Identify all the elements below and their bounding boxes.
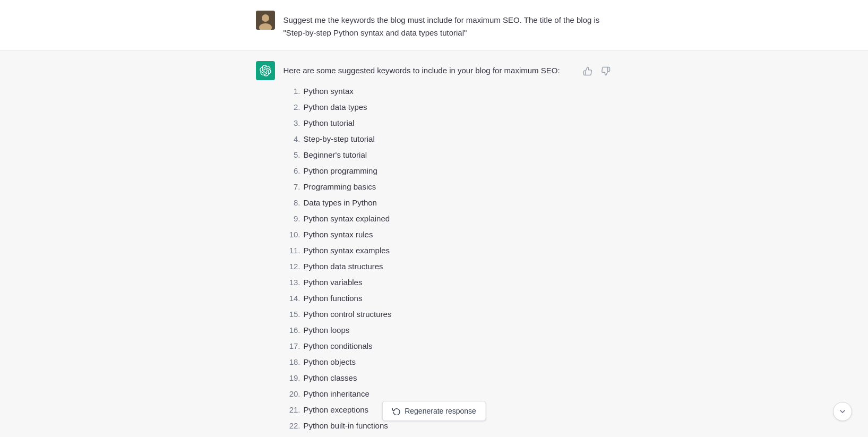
list-text: Python syntax explained: [304, 212, 390, 225]
list-number: 6.: [283, 165, 300, 177]
keywords-list: 1.Python syntax2.Python data types3.Pyth…: [283, 83, 613, 437]
list-number: 18.: [283, 356, 300, 369]
list-item: 19.Python classes: [283, 370, 613, 386]
list-text: Python classes: [304, 372, 357, 384]
list-item: 13.Python variables: [283, 275, 613, 290]
chevron-down-icon: [838, 407, 847, 416]
list-text: Python tutorial: [304, 117, 355, 130]
list-text: Step-by-step tutorial: [304, 133, 375, 145]
list-number: 11.: [283, 244, 300, 257]
list-item: 12.Python data structures: [283, 259, 613, 275]
ai-content: Here are some suggested keywords to incl…: [283, 61, 613, 437]
list-item: 1.Python syntax: [283, 83, 613, 99]
list-item: 18.Python objects: [283, 354, 613, 370]
thumbs-down-button[interactable]: [599, 64, 613, 78]
list-number: 9.: [283, 212, 300, 225]
list-text: Beginner's tutorial: [304, 149, 367, 161]
ai-intro-text: Here are some suggested keywords to incl…: [283, 61, 613, 77]
user-message-inner: Suggest me the keywords the blog must in…: [243, 11, 625, 39]
list-number: 15.: [283, 308, 300, 321]
list-text: Python syntax examples: [304, 244, 390, 257]
user-message-text: Suggest me the keywords the blog must in…: [283, 11, 613, 39]
feedback-buttons: [581, 64, 613, 78]
list-number: 1.: [283, 85, 300, 98]
list-number: 22.: [283, 419, 300, 432]
list-number: 3.: [283, 117, 300, 130]
avatar-image: [256, 11, 275, 30]
list-number: 20.: [283, 388, 300, 400]
list-text: Python syntax: [304, 85, 354, 98]
list-text: Python variables: [304, 276, 363, 289]
list-text: Python exceptions: [304, 404, 369, 416]
list-item: 11.Python syntax examples: [283, 243, 613, 259]
scroll-down-button[interactable]: [833, 402, 852, 421]
list-item: 3.Python tutorial: [283, 115, 613, 131]
list-text: Python functions: [304, 292, 363, 305]
list-text: Data types in Python: [304, 196, 377, 209]
thumbs-up-button[interactable]: [581, 64, 595, 78]
list-text: Python loops: [304, 324, 350, 337]
list-number: 21.: [283, 404, 300, 416]
list-text: Python data types: [304, 101, 367, 114]
list-item: 16.Python loops: [283, 322, 613, 338]
chatgpt-icon: [256, 61, 275, 80]
list-item: 9.Python syntax explained: [283, 211, 613, 227]
list-item: 20.Python inheritance: [283, 386, 613, 402]
list-text: Python objects: [304, 356, 356, 369]
regenerate-label: Regenerate response: [405, 407, 476, 415]
regenerate-container: Regenerate response: [382, 401, 486, 421]
ai-message-block: Here are some suggested keywords to incl…: [0, 50, 868, 437]
list-number: 10.: [283, 228, 300, 241]
list-text: Python control structures: [304, 308, 392, 321]
list-number: 16.: [283, 324, 300, 337]
ai-message-inner: Here are some suggested keywords to incl…: [243, 61, 625, 437]
list-text: Python inheritance: [304, 388, 369, 400]
list-item: 14.Python functions: [283, 290, 613, 306]
svg-point-1: [262, 14, 269, 22]
list-item: 6.Python programming: [283, 163, 613, 179]
list-number: 12.: [283, 260, 300, 273]
list-item: 15.Python control structures: [283, 306, 613, 322]
list-text: Programming basics: [304, 181, 376, 193]
list-number: 19.: [283, 372, 300, 384]
list-number: 7.: [283, 181, 300, 193]
list-text: Python built-in functions: [304, 419, 388, 432]
list-number: 2.: [283, 101, 300, 114]
list-number: 8.: [283, 196, 300, 209]
list-number: 5.: [283, 149, 300, 161]
list-item: 4.Step-by-step tutorial: [283, 131, 613, 147]
list-item: 10.Python syntax rules: [283, 227, 613, 243]
list-text: Python data structures: [304, 260, 383, 273]
regenerate-icon: [392, 407, 400, 415]
regenerate-button[interactable]: Regenerate response: [382, 401, 486, 421]
list-item: 2.Python data types: [283, 99, 613, 115]
list-item: 7.Programming basics: [283, 179, 613, 195]
list-text: Python syntax rules: [304, 228, 373, 241]
list-number: 13.: [283, 276, 300, 289]
list-number: 14.: [283, 292, 300, 305]
list-text: Python programming: [304, 165, 377, 177]
user-message-block: Suggest me the keywords the blog must in…: [0, 0, 868, 50]
list-number: 17.: [283, 340, 300, 353]
chat-container: Suggest me the keywords the blog must in…: [0, 0, 868, 437]
list-text: Python conditionals: [304, 340, 373, 353]
list-item: 5.Beginner's tutorial: [283, 147, 613, 163]
list-item: 23.Python built-in modules: [283, 434, 613, 437]
user-avatar: [256, 11, 275, 30]
list-number: 4.: [283, 133, 300, 145]
list-item: 17.Python conditionals: [283, 338, 613, 354]
list-item: 8.Data types in Python: [283, 195, 613, 211]
